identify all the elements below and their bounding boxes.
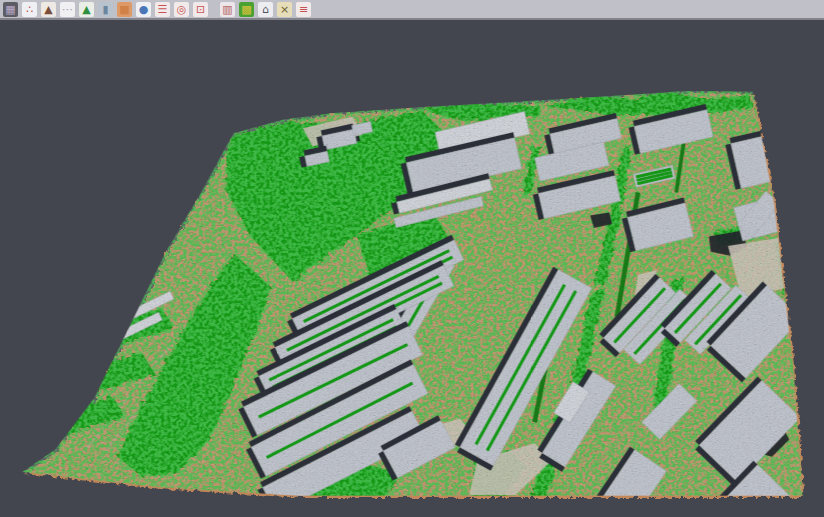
remove-lines-icon[interactable]: ≡ — [296, 2, 311, 17]
box-select-icon[interactable]: ⊡ — [193, 2, 208, 17]
dataset-icon[interactable]: ▦ — [3, 2, 18, 17]
class-clear-icon[interactable]: × — [277, 2, 292, 17]
main-toolbar: ▦∴▲⋯▲▮■●☰◎⊡▥▩⌂×≡ — [0, 0, 824, 20]
globe-3d-icon[interactable]: ● — [136, 2, 151, 17]
dtm-icon[interactable]: ▲ — [79, 2, 94, 17]
scene-canvas — [0, 22, 824, 517]
application-window: ▦∴▲⋯▲▮■●☰◎⊡▥▩⌂×≡ — [0, 0, 824, 517]
terrain-icon[interactable]: ▲ — [41, 2, 56, 17]
point-cloud-icon[interactable]: ∴ — [22, 2, 37, 17]
building-model-icon[interactable]: ⌂ — [258, 2, 273, 17]
viewport-3d[interactable] — [0, 22, 824, 517]
orthophoto-icon[interactable]: ■ — [117, 2, 132, 17]
classify-icon[interactable]: ▩ — [239, 2, 254, 17]
cross-section-icon[interactable]: ☰ — [155, 2, 170, 17]
clip-icon[interactable]: ▥ — [220, 2, 235, 17]
sparse-points-icon[interactable]: ⋯ — [60, 2, 75, 17]
circle-select-icon[interactable]: ◎ — [174, 2, 189, 17]
profile-icon[interactable]: ▮ — [98, 2, 113, 17]
